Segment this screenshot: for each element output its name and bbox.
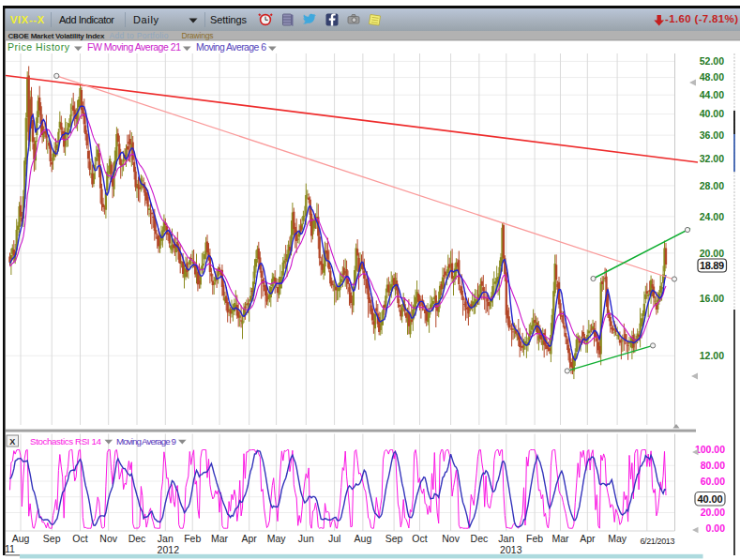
svg-text:Jan: Jan <box>158 533 174 544</box>
svg-text:20.00: 20.00 <box>701 507 725 518</box>
svg-text:-1.60 (-7.81%): -1.60 (-7.81%) <box>665 13 738 24</box>
svg-text:32.00: 32.00 <box>700 153 724 164</box>
svg-text:52.00: 52.00 <box>700 55 724 67</box>
svg-text:May: May <box>608 533 627 544</box>
svg-text:6/21/2013: 6/21/2013 <box>641 537 675 546</box>
svg-text:Settings: Settings <box>210 14 248 25</box>
svg-text:Oct: Oct <box>72 533 87 544</box>
svg-text:28.00: 28.00 <box>700 180 724 191</box>
svg-text:VIX--X: VIX--X <box>10 14 45 25</box>
svg-text:100.00: 100.00 <box>695 444 725 455</box>
svg-text:48.00: 48.00 <box>700 71 724 83</box>
svg-text:24.00: 24.00 <box>700 211 724 222</box>
svg-text:Dec: Dec <box>471 533 489 544</box>
svg-text:Apr: Apr <box>580 533 596 544</box>
svg-text:44.00: 44.00 <box>700 89 724 100</box>
svg-text:Moving Average 6: Moving Average 6 <box>196 41 266 53</box>
svg-text:Aug: Aug <box>355 533 372 544</box>
svg-text:Jul: Jul <box>328 533 340 544</box>
svg-text:18.89: 18.89 <box>700 260 724 271</box>
svg-text:Jan: Jan <box>498 533 514 544</box>
svg-text:FW Moving Average 21: FW Moving Average 21 <box>87 41 181 53</box>
svg-text:20.00: 20.00 <box>700 248 724 259</box>
svg-text:40.00: 40.00 <box>698 493 723 505</box>
svg-text:40.00: 40.00 <box>700 108 724 119</box>
svg-text:Drawings: Drawings <box>182 31 214 40</box>
svg-text:Add Indicator: Add Indicator <box>59 14 114 25</box>
svg-text:0.00: 0.00 <box>706 522 726 534</box>
svg-text:16.00: 16.00 <box>700 293 724 304</box>
svg-text:Add to Portfolio: Add to Portfolio <box>110 31 169 40</box>
svg-text:12.00: 12.00 <box>700 350 724 361</box>
svg-text:Mar: Mar <box>551 533 569 544</box>
svg-text:Sep: Sep <box>385 533 403 544</box>
svg-text:Moving Average 9: Moving Average 9 <box>116 436 176 446</box>
svg-text:80.00: 80.00 <box>701 460 725 471</box>
svg-text:Sep: Sep <box>43 533 61 544</box>
svg-text:Price History: Price History <box>8 41 70 53</box>
svg-text:X: X <box>9 437 15 446</box>
svg-text:60.00: 60.00 <box>701 476 725 487</box>
svg-text:11: 11 <box>5 543 15 554</box>
svg-text:36.00: 36.00 <box>700 129 724 141</box>
svg-text:Dec: Dec <box>128 533 146 544</box>
svg-text:Nov: Nov <box>442 533 460 544</box>
svg-text:May: May <box>267 533 287 544</box>
svg-text:Stochastics RSI 14: Stochastics RSI 14 <box>30 436 102 446</box>
svg-text:Mar: Mar <box>211 533 229 544</box>
svg-text:Apr: Apr <box>242 533 258 544</box>
svg-text:2013: 2013 <box>500 544 522 555</box>
svg-text:Feb: Feb <box>184 533 201 544</box>
svg-text:Oct: Oct <box>412 533 427 544</box>
svg-text:CBOE Market Volatility Index: CBOE Market Volatility Index <box>8 32 106 40</box>
svg-text:Jun: Jun <box>298 533 314 544</box>
svg-text:Daily: Daily <box>133 14 159 25</box>
svg-text:2012: 2012 <box>158 544 180 555</box>
svg-text:Nov: Nov <box>99 533 117 544</box>
svg-text:Feb: Feb <box>526 533 543 544</box>
